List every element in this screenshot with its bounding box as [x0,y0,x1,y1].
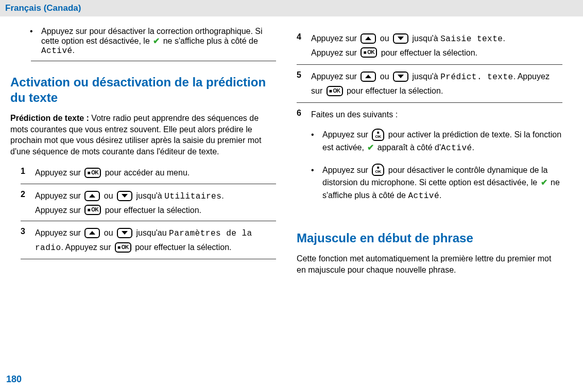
text: pour effectuer la sélection. [381,48,477,57]
section-heading-2: Majuscule en début de phrase [297,230,562,246]
step-3: 3 Appuyez sur ou jusqu'au Paramètres de … [21,226,276,259]
down-button-icon [117,228,132,238]
text: . [503,34,505,43]
text: pour effectuer la sélection. [347,86,443,95]
step-body: Appuyez sur ou jusqu'à Saisie texte. App… [311,32,562,59]
text: Appuyez sur [35,168,83,177]
bullet-disable-mic: Appuyez sur pour désactiver le contrôle … [322,164,562,203]
menu-ok-icon [372,164,384,176]
step-number: 4 [297,32,305,59]
text: apparaît à côté d' [375,143,441,152]
text: Appuyez sur [311,34,359,43]
step-2: 2 Appuyez sur ou jusqu'à Utilitaires. Ap… [21,189,276,221]
step-body: Appuyez sur ou jusqu'au Paramètres de la… [35,226,276,255]
text: . [73,46,75,55]
text: ou [104,228,115,237]
text: Appuyez sur [322,166,370,174]
divider [31,61,276,61]
two-column-layout: Appuyez sur pour désactiver la correctio… [0,16,583,284]
left-column: Appuyez sur pour désactiver la correctio… [10,27,276,284]
down-button-icon [117,191,132,201]
mono-text: Prédict. texte [440,73,513,82]
mono-text: Activé [441,144,472,153]
right-column: 4 Appuyez sur ou jusqu'à Saisie texte. A… [297,27,562,284]
language-header: Français (Canada) [0,0,583,16]
down-button-icon [393,72,408,82]
ok-button-icon [115,242,131,253]
step-number: 2 [21,189,29,217]
step-number: 3 [21,226,29,255]
step-number: 5 [297,70,305,97]
step-body: Faites un des suivants : Appuyez sur pou… [311,108,562,212]
check-icon [367,141,374,154]
text: Faites un des suivants : [311,110,398,119]
step-number: 6 [297,108,305,212]
text: ou [380,34,391,43]
step-number: 1 [21,166,29,180]
ok-button-icon [327,86,343,96]
section-heading: Activation ou désactivation de la prédic… [10,75,276,105]
text: Appuyez sur [311,72,359,81]
lead-paragraph: Prédiction de texte : Votre radio peut a… [10,113,276,157]
text: . Appuyez sur [61,243,113,252]
step-4: 4 Appuyez sur ou jusqu'à Saisie texte. A… [297,32,562,65]
mono-text: Saisie texte [440,34,503,44]
mono-text: Activé [408,191,439,201]
text: pour accéder au menu. [105,168,190,177]
text: jusqu'à [136,191,165,200]
top-bullet-block: Appuyez sur pour désactiver la correctio… [10,27,276,56]
text: ou [104,191,115,200]
text: pour effectuer la sélection. [135,243,231,252]
step-body: Appuyez sur ou jusqu'à Utilitaires. Appu… [35,189,276,217]
text: Appuyez sur [311,48,359,57]
ok-button-icon [361,47,377,58]
check-icon [153,36,160,46]
step-5: 5 Appuyez sur ou jusqu'à Prédict. texte.… [297,70,562,103]
text: Appuyez sur [35,206,83,215]
mono-text: Utilitaires [164,192,221,201]
check-icon [541,176,547,189]
text: . [472,143,474,152]
text: . [439,191,441,200]
step-6-bullets: Appuyez sur pour activer la prédiction d… [311,129,562,203]
step-body: Appuyez sur ou jusqu'à Prédict. texte. A… [311,70,562,97]
text: jusqu'au [136,228,169,237]
step-1: 1 Appuyez sur pour accéder au menu. [21,166,276,184]
spellcheck-disable-bullet: Appuyez sur pour désactiver la correctio… [41,27,276,56]
ok-button-icon [84,205,101,215]
text: Appuyez sur [35,191,83,200]
lead-bold: Prédiction de texte : [10,114,89,122]
ok-button-icon [84,168,101,178]
lead-paragraph-2: Cette fonction met automatiquement la pr… [297,253,562,275]
up-button-icon [84,228,100,238]
bullet-enable-prediction: Appuyez sur pour activer la prédiction d… [322,129,562,155]
down-button-icon [393,33,408,44]
text: ne s'affiche plus à côté de [161,37,258,45]
page-number: 180 [6,374,22,385]
step-6: 6 Faites un des suivants : Appuyez sur p… [297,108,562,217]
step-body: Appuyez sur pour accéder au menu. [35,166,276,180]
up-button-icon [361,33,376,44]
text: jusqu'à [413,72,441,81]
text: jusqu'à [413,34,441,43]
menu-ok-icon [372,129,384,141]
text: Appuyez sur [35,228,83,237]
up-button-icon [361,72,376,82]
text: ou [380,72,391,81]
mono-text: Activé [41,46,73,56]
text: . [221,191,224,200]
up-button-icon [84,191,100,201]
text: Appuyez sur [322,130,370,139]
text: pour effectuer la sélection. [105,206,201,215]
